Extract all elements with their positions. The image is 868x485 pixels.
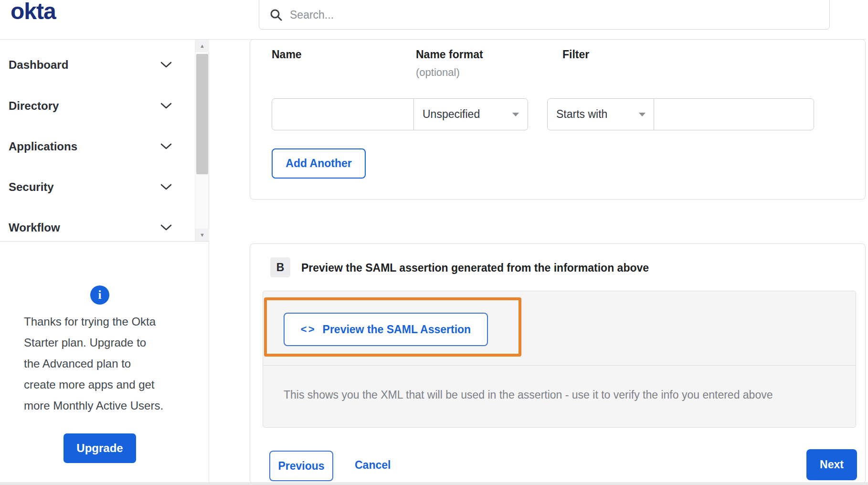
- step-b-heading: Preview the SAML assertion generated fro…: [301, 262, 649, 274]
- name-format-value: Unspecified: [423, 108, 480, 121]
- sidebar-nav: Dashboard Directory Applications Securit…: [0, 39, 209, 242]
- preview-description: This shows you the XML that will be used…: [284, 389, 773, 401]
- dropdown-caret-icon: [512, 113, 519, 116]
- okta-logo: okta: [11, 0, 56, 24]
- chevron-down-icon: [160, 103, 172, 109]
- optional-label: (optional): [416, 66, 460, 79]
- sidebar-item-workflow[interactable]: Workflow: [0, 207, 195, 248]
- search-input[interactable]: [290, 9, 819, 21]
- code-icon: <>: [301, 323, 316, 336]
- filter-value-input[interactable]: [654, 98, 814, 130]
- attribute-statements-card: Name Name format (optional) Filter Unspe…: [250, 39, 866, 200]
- sidebar-item-label: Dashboard: [9, 58, 68, 72]
- sidebar-item-label: Workflow: [9, 221, 60, 234]
- scrollbar-down-icon[interactable]: ▼: [195, 229, 209, 241]
- name-format-select[interactable]: Unspecified: [413, 98, 528, 130]
- add-another-button[interactable]: Add Another: [272, 148, 366, 179]
- sidebar-item-security[interactable]: Security: [0, 167, 195, 207]
- step-b-badge: B: [270, 257, 290, 277]
- search-icon: [270, 9, 282, 21]
- name-column-label: Name: [272, 48, 302, 61]
- sidebar-item-label: Applications: [9, 140, 77, 153]
- sidebar-item-label: Security: [9, 180, 54, 194]
- chevron-down-icon: [160, 143, 172, 150]
- chevron-down-icon: [160, 224, 172, 231]
- scrollbar-thumb[interactable]: [196, 54, 208, 174]
- cancel-link[interactable]: Cancel: [355, 459, 391, 472]
- global-search[interactable]: [259, 0, 830, 30]
- upgrade-button[interactable]: Upgrade: [64, 433, 136, 463]
- filter-operator-select[interactable]: Starts with: [547, 98, 655, 130]
- okta-admin-page: okta Dashboard Directory Applications Se…: [0, 0, 868, 485]
- filter-operator-value: Starts with: [556, 108, 607, 121]
- info-icon: i: [90, 285, 109, 305]
- name-format-column-label: Name format: [416, 48, 483, 61]
- chevron-down-icon: [160, 62, 172, 68]
- filter-column-label: Filter: [562, 48, 589, 61]
- name-input[interactable]: [272, 98, 414, 130]
- upgrade-message: Thanks for trying the Okta Starter plan.…: [24, 311, 189, 416]
- preview-assertion-card: B Preview the SAML assertion generated f…: [250, 243, 866, 484]
- scrollbar-up-icon[interactable]: ▲: [195, 40, 209, 52]
- panel-divider: [263, 365, 856, 366]
- sidebar-scrollbar[interactable]: ▲ ▼: [195, 40, 209, 241]
- preview-button-label: Preview the SAML Assertion: [323, 323, 471, 336]
- sidebar-item-applications[interactable]: Applications: [0, 126, 195, 167]
- sidebar-right-border: [209, 39, 209, 485]
- sidebar-item-label: Directory: [9, 99, 59, 113]
- sidebar-item-directory[interactable]: Directory: [0, 85, 195, 126]
- previous-button[interactable]: Previous: [269, 451, 333, 481]
- chevron-down-icon: [160, 184, 172, 190]
- next-button[interactable]: Next: [806, 449, 857, 480]
- preview-saml-assertion-button[interactable]: <> Preview the SAML Assertion: [284, 313, 488, 346]
- preview-panel: <> Preview the SAML Assertion This shows…: [263, 291, 856, 428]
- dropdown-caret-icon: [639, 113, 646, 116]
- sidebar-item-dashboard[interactable]: Dashboard: [0, 44, 195, 85]
- bottom-edge-strip: [0, 482, 868, 485]
